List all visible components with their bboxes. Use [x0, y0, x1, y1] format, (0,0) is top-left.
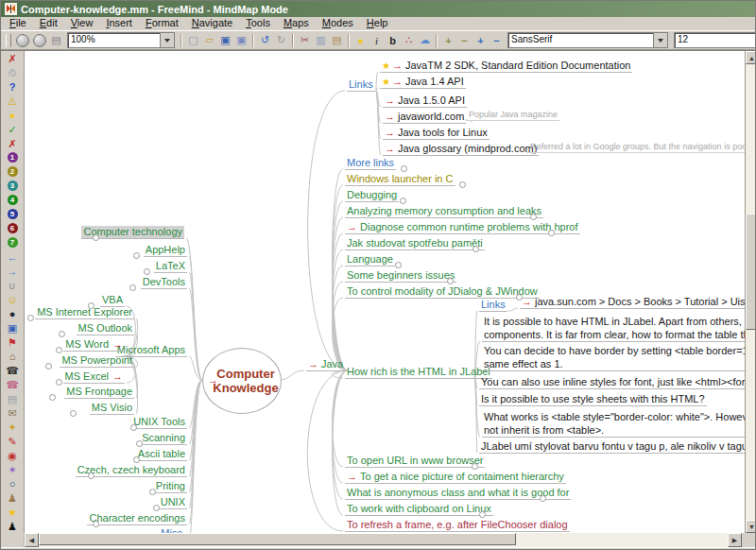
number-3-icon[interactable]: 3 — [1, 179, 24, 193]
fold-handle[interactable] — [479, 511, 486, 518]
pencil-icon[interactable]: ✎ — [1, 434, 24, 448]
decrease-branch-font-button[interactable]: − — [489, 33, 505, 48]
font-size-select[interactable]: 12 — [674, 32, 755, 48]
fold-handle[interactable] — [59, 331, 65, 337]
fold-handle[interactable] — [472, 246, 479, 252]
fold-handle[interactable] — [540, 495, 546, 502]
fold-handle[interactable] — [395, 262, 402, 268]
node-msie[interactable]: MS Internet Explorer — [35, 306, 134, 319]
shield-icon[interactable]: ▣ — [1, 320, 24, 335]
smiley-icon[interactable]: ☺ — [1, 292, 24, 306]
node-vba[interactable]: VBA — [100, 294, 125, 307]
vertical-scroll-thumb[interactable] — [746, 214, 756, 330]
penguin-icon[interactable]: ♟ — [1, 519, 24, 533]
node-msexcel[interactable]: MS Excel→ — [63, 370, 125, 384]
save-button[interactable]: ▣ — [217, 33, 233, 48]
node-javaworld[interactable]: →javaworld.com — [383, 111, 466, 124]
node-jak[interactable]: Jak studovat spotřebu paměti — [345, 237, 485, 250]
bold-button[interactable]: b — [385, 33, 401, 48]
node-anonymous[interactable]: What is anonymous class and what it is g… — [345, 487, 571, 500]
node-ascii[interactable]: Ascii table — [136, 448, 187, 461]
node-p5[interactable]: What works is <table style="border-color… — [482, 410, 745, 438]
node-morelinks[interactable]: More links — [345, 157, 396, 170]
scroll-down-button[interactable]: ▼ — [746, 520, 756, 533]
node-jsdk[interactable]: ★→JavaTM 2 SDK, Standard Edition Documen… — [380, 60, 632, 73]
fold-handle[interactable] — [56, 347, 62, 353]
print-button[interactable]: ▤ — [48, 33, 64, 48]
fold-handle[interactable] — [129, 284, 136, 291]
menu-view[interactable]: View — [64, 18, 100, 28]
fold-handle[interactable] — [459, 181, 466, 188]
toolbar-grip[interactable] — [6, 34, 11, 47]
fold-handle[interactable] — [153, 505, 160, 511]
chevron-down-icon[interactable] — [653, 33, 667, 47]
node-links1[interactable]: Links — [347, 78, 375, 92]
node-note1[interactable]: Popular Java magazine — [467, 110, 559, 121]
node-sunlink[interactable]: →java.sun.com > Docs > Books > Tutorial … — [520, 296, 745, 309]
scroll-up-button[interactable]: ▲ — [746, 51, 756, 64]
node-containment[interactable]: →To get a nice picture of contaiment hie… — [345, 471, 566, 484]
node-p4[interactable]: Is it possible to use style sheets with … — [479, 393, 707, 406]
menu-maps[interactable]: Maps — [277, 18, 316, 28]
node-msword[interactable]: MS Word→ — [63, 338, 125, 352]
remove-last-icon[interactable]: ✗ — [1, 51, 24, 65]
node-openurl[interactable]: To open URL in www browser — [345, 455, 485, 468]
forward-icon[interactable]: → — [1, 264, 24, 278]
fold-handle[interactable] — [88, 473, 94, 479]
node-note2[interactable]: Referred a lot in Google groups. But the… — [528, 142, 745, 153]
paste-button[interactable]: ▤ — [329, 33, 345, 48]
idea-button[interactable]: ● — [352, 33, 369, 48]
person-icon[interactable]: ♟ — [1, 490, 24, 505]
title-bar[interactable]: Computer-knowledge.mm - FreeMind - MindM… — [1, 1, 755, 17]
fold-handle[interactable] — [133, 252, 140, 259]
node-java[interactable]: →Java — [306, 358, 345, 371]
node-unixtools[interactable]: UNIX Tools — [131, 416, 187, 429]
node-apphelp[interactable]: AppHelp — [144, 244, 187, 257]
node-scanning[interactable]: Scanning — [140, 432, 187, 445]
fold-handle[interactable] — [130, 424, 137, 431]
menu-modes[interactable]: Modes — [316, 18, 360, 28]
node-powerpoint[interactable]: MS Powerpoint — [60, 354, 134, 368]
attach-icon[interactable]: ∪ — [1, 278, 24, 292]
scroll-left-button[interactable]: ◀ — [25, 533, 39, 547]
menu-file[interactable]: File — [3, 18, 33, 28]
fold-handle[interactable] — [400, 198, 406, 204]
fold-handle[interactable] — [70, 410, 77, 417]
warning-icon[interactable]: ⚠ — [1, 94, 24, 108]
number-1-icon[interactable]: 1 — [1, 150, 24, 164]
number-6-icon[interactable]: 6 — [1, 221, 24, 235]
italic-button[interactable]: i — [369, 33, 385, 48]
next-map-button[interactable] — [33, 34, 46, 47]
node-j15[interactable]: →Java 1.5.0 API — [383, 95, 467, 108]
fold-handle[interactable] — [136, 440, 143, 447]
node-p6[interactable]: JLabel umí stylovat barvu fontu v tagu p… — [479, 440, 745, 454]
node-outlook[interactable]: MS Outlook — [77, 322, 134, 335]
decrease-node-font-button[interactable]: − — [456, 33, 472, 48]
menu-tools[interactable]: Tools — [239, 18, 277, 28]
fold-handle[interactable] — [45, 363, 52, 370]
node-beginners[interactable]: Some beginners issues — [345, 269, 456, 283]
help-icon[interactable]: ? — [1, 79, 24, 94]
number-4-icon[interactable]: 4 — [1, 193, 24, 207]
fold-handle[interactable] — [401, 165, 407, 172]
node-links2[interactable]: Links — [479, 299, 507, 312]
font-family-select[interactable]: SansSerif — [507, 32, 668, 48]
root-node[interactable]: →ComputerKnowledge — [202, 348, 282, 414]
fold-handle[interactable] — [447, 278, 454, 284]
node-winlauncher[interactable]: Windows launcher in C — [345, 173, 455, 186]
home-icon[interactable]: ⌂ — [1, 349, 24, 363]
fold-handle[interactable] — [149, 489, 156, 495]
star-icon[interactable]: ★ — [1, 505, 24, 519]
node-msvisio[interactable]: MS Visio — [90, 402, 134, 415]
chevron-down-icon[interactable] — [160, 33, 174, 47]
phone2-icon[interactable]: ☎ — [1, 377, 24, 391]
mail-icon[interactable]: ✉ — [1, 405, 24, 420]
flag-icon[interactable]: ⚑ — [1, 335, 24, 349]
key-icon[interactable]: ✦ — [1, 420, 24, 434]
new-map-button[interactable]: ▢ — [185, 33, 201, 48]
ok-icon[interactable]: ✓ — [1, 122, 24, 136]
fold-handle[interactable] — [472, 463, 478, 470]
fold-handle[interactable] — [56, 379, 62, 386]
node-unix[interactable]: UNIX — [159, 496, 187, 509]
open-map-button[interactable]: ▱ — [201, 33, 217, 48]
